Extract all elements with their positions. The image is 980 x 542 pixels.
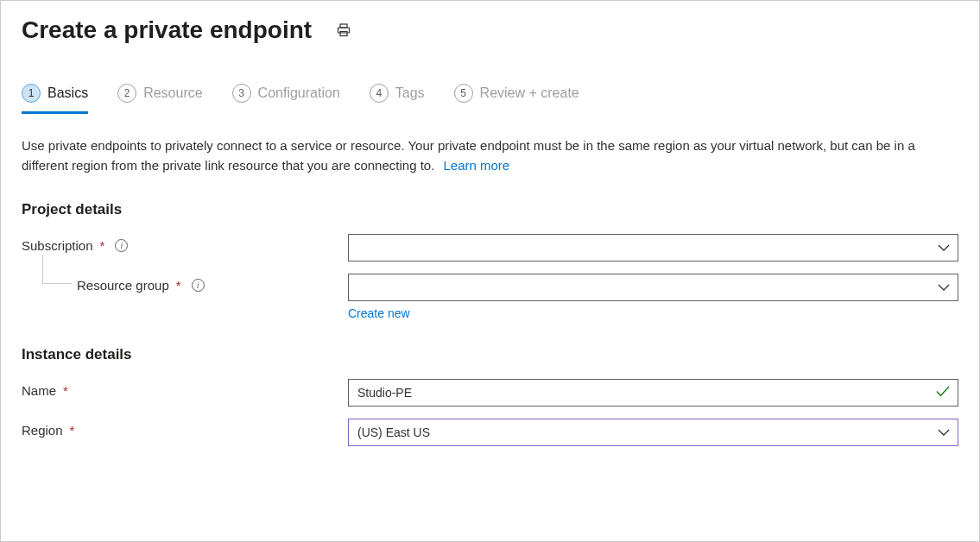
row-subscription: Subscription * i bbox=[22, 234, 958, 262]
label-region: Region * bbox=[22, 419, 348, 438]
tab-step-number: 1 bbox=[22, 84, 41, 103]
tab-label: Review + create bbox=[480, 85, 579, 101]
tab-description: Use private endpoints to privately conne… bbox=[22, 136, 958, 175]
region-select[interactable] bbox=[348, 419, 958, 446]
row-name: Name * bbox=[22, 379, 958, 406]
tab-step-number: 4 bbox=[370, 84, 389, 103]
tab-label: Tags bbox=[395, 85, 425, 101]
tab-label: Resource bbox=[143, 85, 202, 101]
control-name bbox=[348, 379, 958, 406]
tab-label: Configuration bbox=[258, 85, 340, 101]
page-header: Create a private endpoint bbox=[22, 16, 958, 44]
tab-tags[interactable]: 4 Tags bbox=[370, 84, 425, 114]
label-name: Name * bbox=[22, 379, 348, 398]
required-indicator: * bbox=[63, 383, 68, 398]
required-indicator: * bbox=[100, 238, 105, 253]
wizard-tabs: 1 Basics 2 Resource 3 Configuration 4 Ta… bbox=[22, 84, 958, 114]
label-text: Name bbox=[22, 383, 56, 398]
required-indicator: * bbox=[176, 278, 181, 293]
tab-basics[interactable]: 1 Basics bbox=[22, 84, 88, 114]
page-title: Create a private endpoint bbox=[22, 16, 312, 44]
row-resource-group: Resource group * i Create new bbox=[22, 274, 958, 320]
row-region: Region * bbox=[22, 419, 958, 446]
tab-step-number: 5 bbox=[454, 84, 473, 103]
control-resource-group: Create new bbox=[348, 274, 958, 320]
label-text: Region bbox=[22, 423, 63, 438]
tab-step-number: 2 bbox=[117, 84, 136, 103]
svg-rect-2 bbox=[340, 32, 347, 36]
label-resource-group: Resource group * i bbox=[22, 274, 348, 293]
tab-resource[interactable]: 2 Resource bbox=[117, 84, 202, 114]
control-subscription bbox=[348, 234, 958, 262]
learn-more-link[interactable]: Learn more bbox=[444, 158, 510, 173]
label-text: Subscription bbox=[22, 238, 93, 253]
info-icon[interactable]: i bbox=[115, 239, 128, 252]
create-private-endpoint-page: Create a private endpoint 1 Basics 2 Res… bbox=[0, 0, 980, 542]
tab-configuration[interactable]: 3 Configuration bbox=[232, 84, 340, 114]
name-input[interactable] bbox=[348, 379, 958, 406]
required-indicator: * bbox=[70, 423, 75, 438]
label-text: Resource group bbox=[77, 278, 169, 293]
create-new-link[interactable]: Create new bbox=[348, 306, 410, 320]
section-title-instance: Instance details bbox=[22, 346, 958, 363]
tab-label: Basics bbox=[47, 85, 88, 101]
label-subscription: Subscription * i bbox=[22, 234, 348, 253]
info-icon[interactable]: i bbox=[192, 279, 205, 292]
svg-rect-0 bbox=[340, 24, 347, 28]
control-region bbox=[348, 419, 958, 446]
section-title-project: Project details bbox=[22, 201, 958, 218]
print-icon[interactable] bbox=[336, 22, 351, 38]
tab-step-number: 3 bbox=[232, 84, 251, 103]
tree-connector bbox=[42, 255, 72, 284]
subscription-select[interactable] bbox=[348, 234, 958, 262]
tab-review-create[interactable]: 5 Review + create bbox=[454, 84, 579, 114]
resource-group-select[interactable] bbox=[348, 274, 958, 301]
